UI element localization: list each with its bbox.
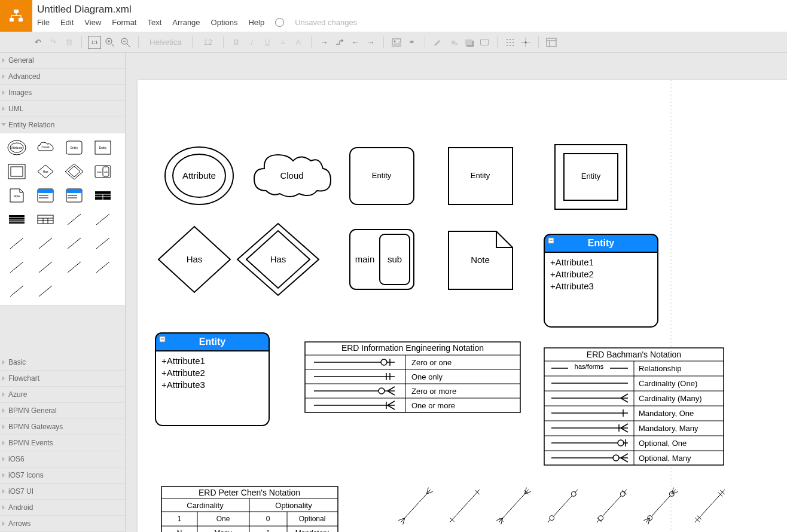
font-size-select[interactable]: 12 (199, 38, 216, 47)
palette-entity-frame-icon[interactable] (4, 161, 30, 182)
insert-link-button[interactable]: ⚭ (405, 36, 419, 49)
sidebar-item-entity-relation[interactable]: Entity Relation (0, 117, 125, 133)
sidebar-item-bpmn-events[interactable]: BPMN Events (0, 435, 125, 451)
palette-line6-icon[interactable] (90, 233, 116, 254)
palette-line8-icon[interactable] (32, 256, 59, 278)
document-title[interactable]: Untitled Diagram.xml (37, 4, 357, 16)
menu-file[interactable]: File (37, 18, 50, 27)
menu-text[interactable]: Text (147, 18, 161, 27)
palette-line12-icon[interactable] (32, 280, 59, 302)
sidebar-item-bpmn-general[interactable]: BPMN General (0, 403, 125, 419)
palette-mainsub-icon[interactable]: mainsub (90, 161, 116, 182)
shape-chen-notation[interactable]: ERD Peter Chen's Notation Cardinality Op… (161, 487, 338, 532)
menu-help[interactable]: Help (248, 18, 264, 27)
line-start-button[interactable]: ← (349, 36, 362, 49)
actual-size-button[interactable]: 1:1 (88, 36, 101, 49)
titlebar: Untitled Diagram.xml File Edit View Form… (0, 0, 787, 32)
shape-has-double-diamond[interactable]: Has (237, 224, 319, 295)
shape-entity-rect[interactable]: Entity (449, 148, 513, 204)
palette-line5-icon[interactable] (61, 233, 87, 254)
sidebar-item-advanced[interactable]: Advanced (0, 69, 125, 85)
palette-line10-icon[interactable] (90, 256, 116, 278)
palette-entity-rounded-icon[interactable]: Entity (61, 137, 87, 158)
sidebar-item-ios7-icons[interactable]: iOS7 Icons (0, 467, 125, 484)
underline-button[interactable]: U (261, 36, 274, 49)
language-icon[interactable] (275, 18, 284, 27)
shape-entity-rounded[interactable]: Entity (350, 148, 414, 204)
shape-note[interactable]: Note (449, 231, 513, 289)
shadow-button[interactable] (462, 36, 475, 49)
page[interactable]: Attribute Cloud Entity Entity Ent (138, 80, 787, 532)
palette-cloud-icon[interactable]: Cloud (32, 137, 59, 158)
palette-has-diamond-icon[interactable]: Has (32, 161, 59, 182)
connector-straight-button[interactable]: → (318, 36, 331, 49)
app-logo[interactable] (0, 0, 32, 32)
grid-lines-button[interactable] (519, 36, 532, 49)
svg-text:Note: Note (14, 194, 20, 198)
palette-table-white-icon[interactable] (32, 209, 59, 230)
menu-format[interactable]: Format (112, 18, 136, 27)
grid-dots-button[interactable] (504, 36, 517, 49)
italic-button[interactable]: I (245, 36, 258, 49)
connector-orthogonal-button[interactable] (333, 36, 346, 49)
menu-view[interactable]: View (84, 18, 101, 27)
palette-line4-icon[interactable] (32, 233, 59, 254)
palette-line2-icon[interactable] (90, 209, 116, 230)
redo-button[interactable]: ↷ (47, 36, 60, 49)
insert-image-button[interactable] (390, 36, 403, 49)
shape-attribute[interactable]: Attribute (165, 147, 233, 204)
zoom-out-button[interactable] (119, 36, 132, 49)
font-color-button[interactable]: A (292, 36, 305, 49)
zoom-in-button[interactable] (103, 36, 117, 49)
shape-has-diamond[interactable]: Has (158, 227, 230, 292)
font-family-select[interactable]: Helvetica (145, 38, 186, 47)
palette-line1-icon[interactable] (61, 209, 87, 230)
undo-button[interactable]: ↶ (31, 36, 44, 49)
sidebar-item-android[interactable]: Android (0, 500, 125, 516)
align-button[interactable]: ≡ (276, 36, 289, 49)
layout-button[interactable] (545, 36, 558, 49)
shape-entity-card-1[interactable]: Entity +Attribute1 +Attribute2 +Attribut… (544, 234, 658, 327)
palette-table-black-icon[interactable] (90, 185, 116, 206)
shape-main-sub[interactable]: main sub (350, 230, 414, 289)
sidebar-item-bpmn-gateways[interactable]: BPMN Gateways (0, 419, 125, 435)
sidebar-item-images[interactable]: Images (0, 85, 125, 101)
delete-button[interactable]: 🗑 (62, 36, 75, 49)
canvas[interactable]: Attribute Cloud Entity Entity Ent (126, 53, 787, 532)
palette-note-icon[interactable]: Note (4, 185, 30, 206)
shape-ie-notation[interactable]: ERD Information Engineering Notation Zer… (305, 342, 520, 412)
svg-line-70 (68, 238, 81, 249)
palette-entity-blue-icon[interactable] (32, 185, 59, 206)
palette-attribute-icon[interactable]: Attribute (4, 137, 30, 158)
rounded-button[interactable] (478, 36, 491, 49)
palette-line3-icon[interactable] (4, 233, 30, 254)
palette-entity-blue2-icon[interactable] (61, 185, 87, 206)
palette-line11-icon[interactable] (4, 280, 30, 302)
svg-text:has/forms: has/forms (575, 363, 604, 370)
shape-bachman-notation[interactable]: ERD Bachman's Notation has/formshas/form… (544, 348, 724, 465)
palette-line9-icon[interactable] (61, 256, 87, 278)
sidebar-item-uml[interactable]: UML (0, 101, 125, 117)
sidebar-item-ios6[interactable]: iOS6 (0, 451, 125, 467)
menu-options[interactable]: Options (211, 18, 238, 27)
shape-cloud[interactable]: Cloud (254, 155, 331, 197)
connector-lines[interactable] (398, 488, 725, 532)
stroke-color-button[interactable] (431, 36, 444, 49)
palette-entity-rect-icon[interactable]: Entity (90, 137, 116, 158)
sidebar-item-basic[interactable]: Basic (0, 354, 125, 371)
palette-has-double-diamond-icon[interactable] (61, 161, 87, 182)
palette-table-black2-icon[interactable] (4, 209, 30, 230)
menu-arrange[interactable]: Arrange (172, 18, 200, 27)
fill-color-button[interactable] (447, 36, 460, 49)
sidebar-item-flowchart[interactable]: Flowchart (0, 371, 125, 387)
sidebar-item-general[interactable]: General (0, 53, 125, 69)
shape-entity-frame[interactable]: Entity (555, 145, 627, 209)
palette-line7-icon[interactable] (4, 256, 30, 278)
line-end-button[interactable]: → (364, 36, 377, 49)
bold-button[interactable]: B (230, 36, 243, 49)
menu-edit[interactable]: Edit (60, 18, 74, 27)
shape-entity-card-2[interactable]: Entity +Attribute1 +Attribute2 +Attribut… (155, 333, 269, 426)
sidebar-item-arrows[interactable]: Arrows (0, 516, 125, 532)
sidebar-item-azure[interactable]: Azure (0, 387, 125, 403)
sidebar-item-ios7-ui[interactable]: iOS7 UI (0, 484, 125, 500)
